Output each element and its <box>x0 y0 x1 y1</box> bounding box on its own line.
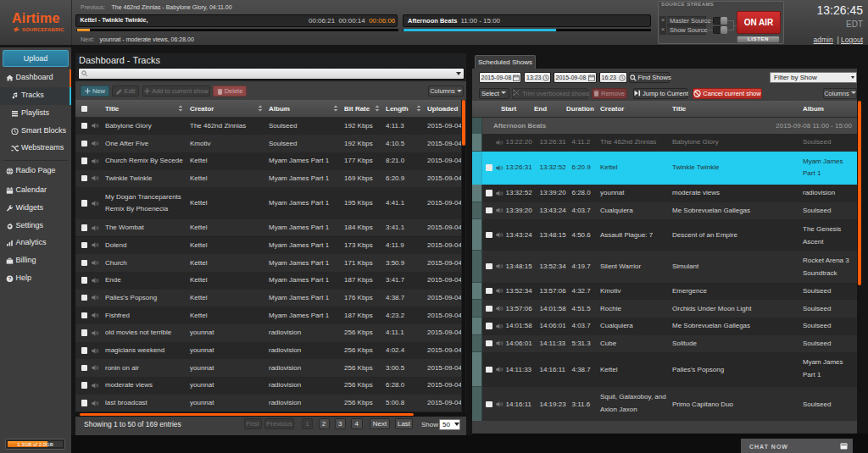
svg-text:?: ? <box>8 276 12 281</box>
